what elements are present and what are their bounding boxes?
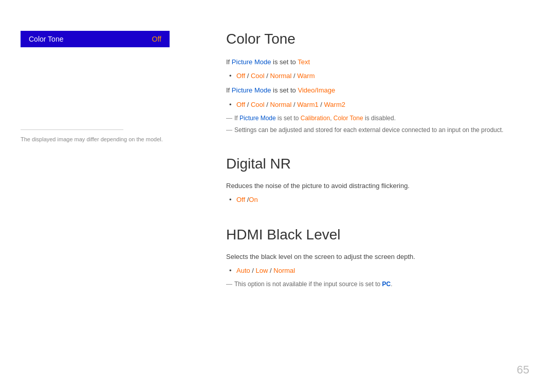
normal-2: Normal [270,101,292,108]
bullet-list-digital-nr: Off /On [226,194,524,206]
hdmi-slash2: / [268,267,273,274]
warm-1: Warm [297,72,314,80]
nr-on: On [249,196,257,203]
text-value-2: Video/Image [298,86,335,94]
note1-calibration: Calibration [301,115,330,122]
sidebar-note: The displayed image may differ depending… [21,136,175,142]
hdmi-slash1: / [250,267,256,274]
is-set-to-1: is set to [271,58,298,66]
is-set-to-2: is set to [271,86,298,94]
section-hdmi-black-level: HDMI Black Level Selects the black level… [226,227,524,290]
bullet-list-text: Off / Cool / Normal / Warm [226,70,524,82]
note1-suffix: is disabled. [363,115,396,122]
hdmi-black-level-title: HDMI Black Level [226,227,524,243]
if-label-2: If [226,86,232,94]
digital-nr-description: Reduces the noise of the picture to avoi… [226,180,524,192]
section-color-tone: Color Tone If Picture Mode is set to Tex… [226,31,524,135]
note1-mid: is set to [276,115,301,122]
cool-2: Cool [251,101,265,108]
slash-1a: / [245,72,251,80]
note1-if: If [234,115,239,122]
warm2: Warm2 [324,101,345,108]
note1-color-tone: Color Tone [334,115,363,122]
menu-item-color-tone[interactable]: Color Tone Off [21,31,170,47]
menu-item-label: Color Tone [29,35,63,43]
hdmi-note-suffix: . [391,281,392,288]
digital-nr-body: Reduces the noise of the picture to avoi… [226,180,524,206]
slash-1c: / [291,72,297,80]
slash-2b: / [265,101,270,108]
sidebar-divider [21,129,123,130]
warm1: Warm1 [297,101,318,108]
color-tone-text-mode-line: If Picture Mode is set to Text [226,57,524,68]
hdmi-normal: Normal [273,267,295,274]
hdmi-auto: Auto [236,267,250,274]
picture-mode-link-1: Picture Mode [232,58,271,66]
bullet-list-video: Off / Cool / Normal / Warm1 / Warm2 [226,99,524,110]
cool-1: Cool [251,72,265,80]
color-tone-note-2: Settings can be adjusted and stored for … [226,125,524,135]
bullet-item-hdmi: Auto / Low / Normal [236,265,524,276]
hdmi-low: Low [256,267,268,274]
note1-picture-mode: Picture Mode [239,115,276,122]
bullet-item-text: Off / Cool / Normal / Warm [236,70,524,82]
section-digital-nr: Digital NR Reduces the noise of the pict… [226,156,524,206]
digital-nr-title: Digital NR [226,156,524,172]
hdmi-description: Selects the black level on the screen to… [226,251,524,263]
hdmi-black-level-body: Selects the black level on the screen to… [226,251,524,290]
color-tone-video-mode-line: If Picture Mode is set to Video/Image [226,85,524,96]
slash-1b: / [265,72,270,80]
slash-2a: / [245,101,251,108]
color-tone-body: If Picture Mode is set to Text Off / Coo… [226,57,524,135]
picture-mode-link-2: Picture Mode [232,86,271,94]
note1-comma: , [330,115,334,122]
color-tone-note-1: If Picture Mode is set to Calibration, C… [226,114,524,123]
bullet-item-video: Off / Cool / Normal / Warm1 / Warm2 [236,99,524,110]
hdmi-note-pc: PC [382,281,391,288]
menu-item-value: Off [152,35,161,43]
sidebar: Color Tone Off The displayed image may d… [0,0,195,392]
bullet-item-digital-nr: Off /On [236,194,524,206]
off-2: Off [236,101,245,108]
main-content: Color Tone If Picture Mode is set to Tex… [195,0,555,392]
page-number: 65 [517,363,529,377]
nr-off: Off [236,196,245,203]
slash-2d: / [319,101,324,108]
page-container: Color Tone Off The displayed image may d… [0,0,555,392]
hdmi-note: This option is not available if the inpu… [226,279,524,289]
slash-2c: / [291,101,297,108]
bullet-list-hdmi: Auto / Low / Normal [226,265,524,276]
color-tone-title: Color Tone [226,31,524,47]
normal-1: Normal [270,72,292,80]
text-value-1: Text [298,58,310,66]
off-1: Off [236,72,245,80]
hdmi-note-prefix: This option is not available if the inpu… [234,281,382,288]
if-label-1: If [226,58,232,66]
